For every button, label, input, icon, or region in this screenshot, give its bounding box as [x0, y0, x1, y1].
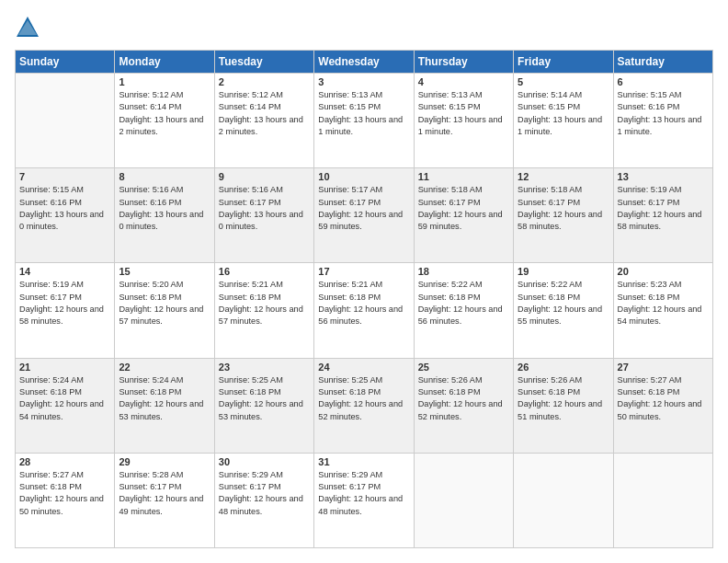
sunrise-text: Sunrise: 5:16 AM [219, 185, 283, 194]
sunset-text: Sunset: 6:18 PM [318, 387, 381, 396]
daylight-text: Daylight: 12 hours and 58 minutes. [518, 210, 602, 231]
day-info: Sunrise: 5:18 AMSunset: 6:17 PMDaylight:… [518, 184, 609, 233]
calendar-header-row: SundayMondayTuesdayWednesdayThursdayFrid… [16, 51, 713, 74]
sunset-text: Sunset: 6:14 PM [219, 102, 281, 111]
day-info: Sunrise: 5:28 AMSunset: 6:17 PMDaylight:… [119, 469, 210, 518]
day-info: Sunrise: 5:16 AMSunset: 6:16 PMDaylight:… [119, 184, 210, 233]
calendar-cell: 5Sunrise: 5:14 AMSunset: 6:15 PMDaylight… [514, 74, 613, 168]
calendar-header-friday: Friday [514, 51, 613, 74]
day-number: 14 [19, 266, 110, 277]
daylight-text: Daylight: 12 hours and 51 minutes. [518, 399, 602, 420]
calendar-cell: 28Sunrise: 5:27 AMSunset: 6:18 PMDayligh… [16, 453, 115, 547]
sunset-text: Sunset: 6:18 PM [219, 293, 281, 302]
calendar-header-saturday: Saturday [613, 51, 712, 74]
calendar-header-sunday: Sunday [16, 51, 115, 74]
daylight-text: Daylight: 13 hours and 1 minute. [318, 115, 403, 136]
calendar-cell: 3Sunrise: 5:13 AMSunset: 6:15 PMDaylight… [314, 74, 414, 168]
day-number: 13 [618, 171, 709, 182]
day-number: 1 [119, 76, 210, 87]
sunrise-text: Sunrise: 5:13 AM [418, 90, 483, 99]
calendar-cell: 7Sunrise: 5:15 AMSunset: 6:16 PMDaylight… [16, 168, 115, 263]
calendar-cell: 1Sunrise: 5:12 AMSunset: 6:14 PMDaylight… [115, 74, 214, 168]
daylight-text: Daylight: 12 hours and 59 minutes. [418, 210, 503, 231]
day-info: Sunrise: 5:19 AMSunset: 6:17 PMDaylight:… [618, 184, 709, 233]
sunrise-text: Sunrise: 5:19 AM [19, 280, 84, 289]
calendar-cell [16, 74, 115, 168]
day-info: Sunrise: 5:16 AMSunset: 6:17 PMDaylight:… [219, 184, 310, 233]
sunrise-text: Sunrise: 5:18 AM [518, 185, 582, 194]
sunrise-text: Sunrise: 5:16 AM [119, 185, 183, 194]
sunrise-text: Sunrise: 5:17 AM [318, 185, 382, 194]
daylight-text: Daylight: 12 hours and 50 minutes. [19, 494, 104, 515]
sunrise-text: Sunrise: 5:26 AM [518, 375, 582, 385]
sunset-text: Sunset: 6:18 PM [518, 293, 580, 302]
daylight-text: Daylight: 12 hours and 53 minutes. [219, 399, 303, 420]
day-number: 18 [418, 266, 509, 277]
daylight-text: Daylight: 12 hours and 56 minutes. [318, 304, 403, 326]
calendar-week-row: 28Sunrise: 5:27 AMSunset: 6:18 PMDayligh… [16, 453, 713, 547]
calendar-cell: 8Sunrise: 5:16 AMSunset: 6:16 PMDaylight… [115, 168, 214, 263]
calendar-cell: 27Sunrise: 5:27 AMSunset: 6:18 PMDayligh… [613, 358, 712, 453]
sunset-text: Sunset: 6:15 PM [318, 102, 381, 111]
calendar-header-wednesday: Wednesday [314, 51, 414, 74]
day-info: Sunrise: 5:20 AMSunset: 6:18 PMDaylight:… [119, 279, 210, 327]
calendar-week-row: 14Sunrise: 5:19 AMSunset: 6:17 PMDayligh… [16, 263, 713, 358]
sunset-text: Sunset: 6:18 PM [618, 387, 680, 396]
daylight-text: Daylight: 12 hours and 54 minutes. [618, 304, 702, 326]
daylight-text: Daylight: 12 hours and 59 minutes. [318, 210, 403, 231]
day-number: 19 [518, 266, 609, 277]
sunrise-text: Sunrise: 5:13 AM [318, 90, 382, 99]
day-number: 8 [119, 171, 210, 182]
daylight-text: Daylight: 12 hours and 48 minutes. [219, 494, 303, 515]
day-info: Sunrise: 5:12 AMSunset: 6:14 PMDaylight:… [219, 89, 310, 138]
day-info: Sunrise: 5:18 AMSunset: 6:17 PMDaylight:… [418, 184, 509, 233]
daylight-text: Daylight: 12 hours and 57 minutes. [119, 304, 203, 326]
daylight-text: Daylight: 12 hours and 56 minutes. [418, 304, 503, 326]
sunset-text: Sunset: 6:15 PM [418, 102, 481, 111]
sunset-text: Sunset: 6:17 PM [318, 198, 381, 207]
day-info: Sunrise: 5:15 AMSunset: 6:16 PMDaylight:… [618, 89, 709, 138]
calendar-cell [514, 453, 613, 547]
day-number: 20 [618, 266, 709, 277]
sunset-text: Sunset: 6:18 PM [318, 293, 381, 302]
daylight-text: Daylight: 13 hours and 1 minute. [618, 115, 702, 136]
sunset-text: Sunset: 6:18 PM [518, 387, 580, 396]
calendar-week-row: 1Sunrise: 5:12 AMSunset: 6:14 PMDaylight… [16, 74, 713, 168]
sunset-text: Sunset: 6:18 PM [119, 387, 181, 396]
day-info: Sunrise: 5:21 AMSunset: 6:18 PMDaylight:… [219, 279, 310, 327]
day-number: 3 [318, 76, 409, 87]
calendar-header-tuesday: Tuesday [214, 51, 313, 74]
calendar-cell: 19Sunrise: 5:22 AMSunset: 6:18 PMDayligh… [514, 263, 613, 358]
day-number: 11 [418, 171, 509, 182]
sunrise-text: Sunrise: 5:24 AM [19, 375, 84, 385]
sunrise-text: Sunrise: 5:15 AM [19, 185, 84, 194]
day-number: 17 [318, 266, 409, 277]
sunrise-text: Sunrise: 5:22 AM [518, 280, 582, 289]
calendar-cell [613, 453, 712, 547]
day-info: Sunrise: 5:26 AMSunset: 6:18 PMDaylight:… [518, 374, 609, 423]
daylight-text: Daylight: 12 hours and 54 minutes. [19, 399, 104, 420]
day-number: 23 [219, 362, 310, 373]
sunrise-text: Sunrise: 5:20 AM [119, 280, 183, 289]
calendar-week-row: 21Sunrise: 5:24 AMSunset: 6:18 PMDayligh… [16, 358, 713, 453]
sunrise-text: Sunrise: 5:29 AM [219, 470, 283, 479]
calendar-cell: 15Sunrise: 5:20 AMSunset: 6:18 PMDayligh… [115, 263, 214, 358]
day-number: 26 [518, 362, 609, 373]
daylight-text: Daylight: 12 hours and 53 minutes. [119, 399, 203, 420]
sunrise-text: Sunrise: 5:25 AM [219, 375, 283, 385]
calendar-cell: 18Sunrise: 5:22 AMSunset: 6:18 PMDayligh… [414, 263, 513, 358]
logo-icon [15, 15, 40, 40]
sunset-text: Sunset: 6:17 PM [318, 482, 381, 491]
sunset-text: Sunset: 6:16 PM [618, 102, 680, 111]
calendar-cell: 17Sunrise: 5:21 AMSunset: 6:18 PMDayligh… [314, 263, 414, 358]
sunset-text: Sunset: 6:18 PM [418, 293, 481, 302]
calendar-cell: 23Sunrise: 5:25 AMSunset: 6:18 PMDayligh… [214, 358, 313, 453]
daylight-text: Daylight: 12 hours and 58 minutes. [19, 304, 104, 326]
calendar-cell [414, 453, 513, 547]
day-number: 15 [119, 266, 210, 277]
day-info: Sunrise: 5:29 AMSunset: 6:17 PMDaylight:… [219, 469, 310, 518]
calendar-cell: 14Sunrise: 5:19 AMSunset: 6:17 PMDayligh… [16, 263, 115, 358]
sunset-text: Sunset: 6:18 PM [19, 387, 82, 396]
day-number: 16 [219, 266, 310, 277]
sunset-text: Sunset: 6:18 PM [219, 387, 281, 396]
